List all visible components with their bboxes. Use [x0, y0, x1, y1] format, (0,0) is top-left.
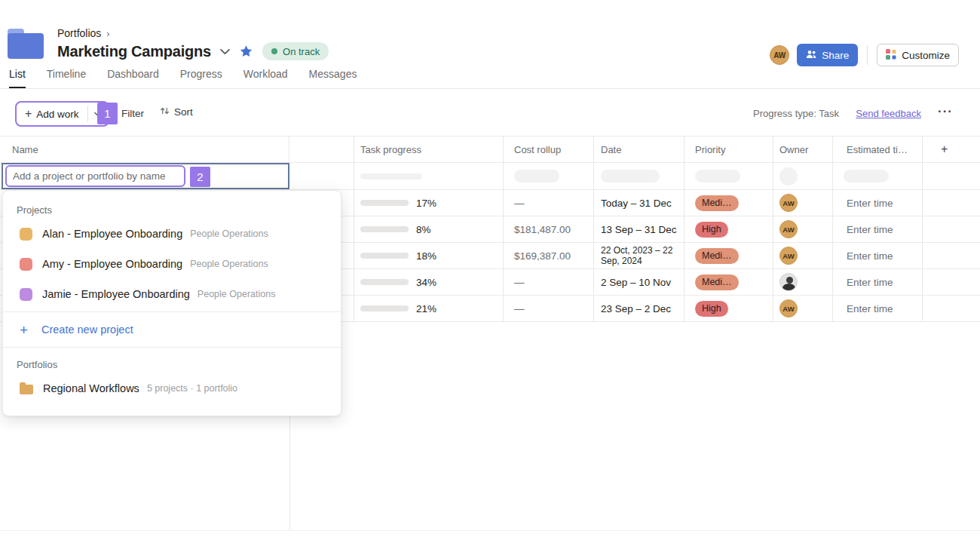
- cost-rollup-cell[interactable]: $181,487.00: [504, 216, 594, 242]
- owner-avatar: AW: [779, 220, 798, 238]
- priority-badge: Medi…: [695, 274, 739, 290]
- chevron-down-icon[interactable]: [220, 48, 230, 55]
- date-cell[interactable]: 22 Oct, 2023 – 22 Sep, 2024: [594, 243, 684, 268]
- add-project-typeahead-dropdown: Projects Alan - Employee Onboarding Peop…: [2, 190, 341, 416]
- tab-list[interactable]: List: [9, 68, 26, 88]
- favorite-star-icon[interactable]: [239, 44, 253, 58]
- tab-progress[interactable]: Progress: [180, 68, 222, 87]
- date-cell[interactable]: 13 Sep – 31 Dec: [594, 216, 684, 242]
- estimated-time-cell[interactable]: Enter time: [833, 296, 923, 321]
- skeleton-date: [601, 170, 660, 182]
- dropdown-project-option[interactable]: Alan - Employee Onboarding People Operat…: [3, 219, 341, 249]
- owner-cell[interactable]: AW: [773, 216, 833, 242]
- priority-cell[interactable]: High: [684, 296, 773, 321]
- date-cell[interactable]: 23 Sep – 2 Dec: [594, 296, 684, 321]
- plus-icon: +: [25, 108, 32, 120]
- owner-cell[interactable]: AW: [773, 243, 833, 268]
- customize-button[interactable]: Customize: [877, 44, 959, 66]
- tab-dashboard[interactable]: Dashboard: [107, 68, 159, 87]
- add-work-button[interactable]: + Add work: [15, 101, 109, 127]
- column-header-name[interactable]: Name: [0, 136, 289, 162]
- owner-photo-avatar: [779, 273, 798, 291]
- annotation-marker-1: 1: [97, 103, 118, 124]
- filter-button[interactable]: Filter: [121, 108, 144, 119]
- skeleton-priority: [695, 170, 740, 182]
- estimated-time-cell[interactable]: Enter time: [833, 269, 923, 295]
- sort-arrows-icon: [160, 106, 170, 118]
- progress-bar: [360, 279, 409, 285]
- owner-cell[interactable]: AW: [773, 296, 833, 321]
- project-team-label: People Operations: [198, 289, 276, 299]
- priority-badge: Medi…: [695, 195, 739, 211]
- sort-button[interactable]: Sort: [160, 106, 193, 118]
- cost-rollup-cell[interactable]: $169,387.00: [504, 243, 594, 268]
- dropdown-portfolio-option[interactable]: Regional Workflows 5 projects · 1 portfo…: [3, 373, 341, 403]
- status-badge[interactable]: On track: [262, 42, 329, 60]
- owner-cell[interactable]: AW: [773, 190, 833, 216]
- breadcrumb-chevron-icon: ›: [106, 28, 109, 39]
- column-header-date[interactable]: Date: [594, 136, 684, 162]
- add-project-row: 2: [0, 163, 980, 190]
- tab-messages[interactable]: Messages: [309, 68, 357, 87]
- column-header-owner[interactable]: Owner: [773, 136, 833, 162]
- task-progress-cell[interactable]: 8%: [354, 216, 504, 242]
- customize-grid-icon: [886, 49, 896, 62]
- more-options-button[interactable]: ···: [938, 104, 953, 119]
- share-people-icon: [806, 50, 816, 61]
- annotation-marker-2: 2: [190, 167, 210, 187]
- dropdown-divider: [3, 311, 341, 312]
- column-header-cost-rollup[interactable]: Cost rollup: [504, 136, 594, 162]
- task-progress-cell[interactable]: 18%: [354, 243, 504, 268]
- column-header-task-progress[interactable]: Task progress: [354, 136, 504, 162]
- share-button[interactable]: Share: [797, 44, 858, 66]
- priority-cell[interactable]: Medi…: [684, 190, 773, 216]
- header-actions: AW Share Customize: [770, 44, 959, 66]
- progress-percent: 17%: [416, 198, 436, 209]
- owner-avatar: AW: [779, 247, 798, 265]
- breadcrumb-portfolios-link[interactable]: Portfolios: [57, 27, 101, 39]
- skeleton-progress: [360, 173, 422, 179]
- portfolio-page: Portfolios › Marketing Campaigns On trac…: [0, 0, 980, 549]
- priority-cell[interactable]: Medi…: [684, 269, 773, 295]
- cost-rollup-cell[interactable]: —: [504, 190, 594, 216]
- estimated-time-cell[interactable]: Enter time: [833, 190, 923, 216]
- portfolio-folder-icon: [20, 382, 33, 394]
- progress-percent: 34%: [416, 277, 436, 288]
- task-progress-cell[interactable]: 34%: [354, 269, 504, 295]
- send-feedback-link[interactable]: Send feedback: [856, 108, 921, 119]
- cost-rollup-cell[interactable]: —: [504, 269, 594, 295]
- estimated-time-cell[interactable]: Enter time: [833, 216, 923, 242]
- task-progress-cell[interactable]: 21%: [354, 296, 504, 321]
- date-cell[interactable]: 2 Sep – 10 Nov: [594, 269, 684, 295]
- date-cell[interactable]: Today – 31 Dec: [594, 190, 684, 216]
- breadcrumb: Portfolios ›: [57, 27, 110, 39]
- dropdown-portfolios-label: Portfolios: [3, 350, 341, 373]
- add-project-input[interactable]: [5, 165, 185, 187]
- tab-workload[interactable]: Workload: [243, 68, 288, 87]
- skeleton-owner: [779, 167, 798, 186]
- dropdown-project-option[interactable]: Amy - Employee Onboarding People Operati…: [3, 249, 341, 279]
- progress-bar: [360, 226, 409, 232]
- table-header-row: Name Task progress Cost rollup Date Prio…: [0, 136, 980, 163]
- task-progress-cell[interactable]: 17%: [354, 190, 504, 216]
- progress-bar: [360, 305, 409, 311]
- project-color-icon: [20, 258, 32, 271]
- user-avatar[interactable]: AW: [770, 45, 789, 65]
- progress-bar: [360, 253, 409, 259]
- add-column-button[interactable]: +: [923, 136, 980, 162]
- owner-cell[interactable]: [773, 269, 833, 295]
- progress-percent: 18%: [416, 250, 436, 262]
- progress-percent: 8%: [416, 224, 431, 235]
- dropdown-project-option[interactable]: Jamie - Employee Onboarding People Opera…: [3, 279, 341, 309]
- column-header-estimated-time[interactable]: Estimated ti…: [833, 136, 923, 162]
- column-header-priority[interactable]: Priority: [684, 136, 773, 162]
- skeleton-estimated: [844, 170, 889, 182]
- create-new-project-option[interactable]: + Create new project: [3, 314, 341, 345]
- owner-avatar: AW: [779, 299, 798, 317]
- project-team-label: People Operations: [190, 259, 268, 269]
- cost-rollup-cell[interactable]: —: [504, 296, 594, 321]
- priority-cell[interactable]: Medi…: [684, 243, 773, 268]
- estimated-time-cell[interactable]: Enter time: [833, 243, 923, 268]
- priority-cell[interactable]: High: [684, 216, 773, 242]
- tab-timeline[interactable]: Timeline: [47, 68, 86, 87]
